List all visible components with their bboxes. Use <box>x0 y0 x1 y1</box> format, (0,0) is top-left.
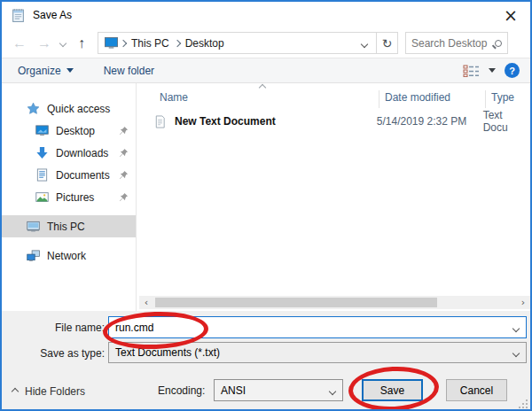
file-name-label: File name: <box>2 322 105 334</box>
cancel-button[interactable]: Cancel <box>446 379 507 401</box>
close-button[interactable]: × <box>498 4 523 27</box>
save-as-type-label: Save as type: <box>2 347 105 360</box>
sidebar-item-desktop[interactable]: Desktop <box>2 120 136 142</box>
sidebar-item-label: Pictures <box>56 191 94 204</box>
sidebar-item-label: Quick access <box>47 103 110 115</box>
file-date-cell: 5/14/2019 2:32 PM <box>377 115 483 128</box>
sidebar-item-label: Desktop <box>56 125 95 137</box>
pin-icon <box>119 148 129 158</box>
command-toolbar: Organize New folder ? <box>2 58 530 83</box>
sidebar-item-label: This PC <box>47 221 85 233</box>
sidebar-item-quick-access[interactable]: Quick access <box>2 97 136 120</box>
organize-label: Organize <box>18 65 61 77</box>
notepad-icon <box>11 8 26 23</box>
sidebar-item-documents[interactable]: Documents <box>2 164 136 186</box>
content-area: Quick access Desktop Downloads <box>2 83 530 311</box>
file-name-combobox[interactable] <box>108 316 527 338</box>
file-name-cell: New Text Document <box>175 115 377 128</box>
search-input[interactable] <box>411 37 495 50</box>
sidebar-item-label: Documents <box>56 169 110 182</box>
pin-icon <box>119 192 129 202</box>
file-type-cell: Text Docu <box>483 109 530 134</box>
scroll-left-icon[interactable]: ‹ <box>139 297 153 308</box>
text-file-icon <box>153 115 167 128</box>
file-list: Name Date modified Type New Text Documen… <box>137 83 530 311</box>
breadcrumb-desktop[interactable]: Desktop <box>180 37 230 50</box>
new-folder-label: New folder <box>104 65 154 77</box>
column-separator[interactable] <box>485 90 486 108</box>
scrollbar-thumb[interactable] <box>155 298 437 307</box>
back-button[interactable]: ← <box>7 36 32 50</box>
resize-grip[interactable] <box>517 398 528 408</box>
hide-folders-button[interactable]: Hide Folders <box>12 385 85 398</box>
encoding-dropdown-icon <box>330 384 342 397</box>
computer-icon <box>27 220 40 233</box>
save-as-type-combobox[interactable]: Text Documents (*.txt) <box>108 342 527 363</box>
file-name-dropdown-icon[interactable] <box>513 322 526 334</box>
help-button[interactable]: ? <box>505 63 520 78</box>
column-separator[interactable] <box>379 90 379 108</box>
sidebar-item-label: Network <box>47 250 86 262</box>
sidebar-item-network[interactable]: Network <box>2 244 136 267</box>
scroll-right-icon[interactable]: › <box>516 297 530 308</box>
hide-folders-label: Hide Folders <box>25 385 85 398</box>
save-button[interactable]: Save <box>362 379 423 401</box>
save-as-type-value: Text Documents (*.txt) <box>115 346 220 359</box>
save-as-type-dropdown-icon <box>513 346 526 359</box>
breadcrumb[interactable]: This PC Desktop <box>98 32 377 54</box>
title-bar: Save As × <box>2 2 530 28</box>
search-icon[interactable] <box>495 40 502 47</box>
forward-button[interactable]: → <box>32 36 57 50</box>
column-header-name[interactable]: Name <box>160 91 188 104</box>
encoding-label: Encoding: <box>158 384 211 397</box>
address-dropdown-button[interactable] <box>356 37 372 50</box>
breadcrumb-this-pc[interactable]: This PC <box>126 37 175 50</box>
new-folder-button[interactable]: New folder <box>95 58 163 82</box>
refresh-button[interactable]: ↻ <box>377 32 398 54</box>
sidebar-item-downloads[interactable]: Downloads <box>2 142 136 164</box>
file-row-new-text-document[interactable]: New Text Document 5/14/2019 2:32 PM Text… <box>153 112 530 131</box>
network-icon <box>27 249 40 262</box>
pin-icon <box>119 170 129 180</box>
column-header-type[interactable]: Type <box>491 91 514 104</box>
sidebar-item-pictures[interactable]: Pictures <box>2 186 136 208</box>
bottom-panel: File name: Save as type: Text Documents … <box>2 311 530 409</box>
picture-icon <box>35 190 49 204</box>
desktop-icon <box>35 124 49 137</box>
download-arrow-icon <box>35 146 49 159</box>
this-pc-icon <box>105 37 118 49</box>
window-title: Save As <box>33 9 72 21</box>
sidebar-item-label: Downloads <box>56 147 108 159</box>
document-icon <box>35 168 49 182</box>
pin-icon <box>119 126 129 136</box>
navigation-pane: Quick access Desktop Downloads <box>2 83 137 311</box>
organize-menu[interactable]: Organize <box>9 58 82 82</box>
view-options-caret-icon[interactable] <box>489 68 496 73</box>
history-dropdown-icon[interactable] <box>59 39 66 46</box>
up-button[interactable]: ↑ <box>73 36 90 50</box>
search-box[interactable] <box>405 32 508 54</box>
column-headers: Name Date modified Type <box>137 89 530 108</box>
navigation-bar: ← → ↑ This PC Desktop ↻ <box>2 28 530 58</box>
collapse-icon <box>12 388 19 395</box>
organize-caret-icon <box>66 68 74 73</box>
star-icon <box>27 102 40 115</box>
horizontal-scrollbar[interactable]: ‹ › <box>139 296 530 309</box>
encoding-value: ANSI <box>221 384 246 397</box>
save-as-dialog: Save As × ← → ↑ This PC Desktop ↻ Organi… <box>0 0 532 411</box>
encoding-combobox[interactable]: ANSI <box>214 379 343 401</box>
column-header-date-modified[interactable]: Date modified <box>385 91 450 104</box>
sidebar-item-this-pc[interactable]: This PC <box>2 215 136 237</box>
details-view-icon[interactable] <box>463 65 480 77</box>
file-name-input[interactable] <box>109 322 513 334</box>
